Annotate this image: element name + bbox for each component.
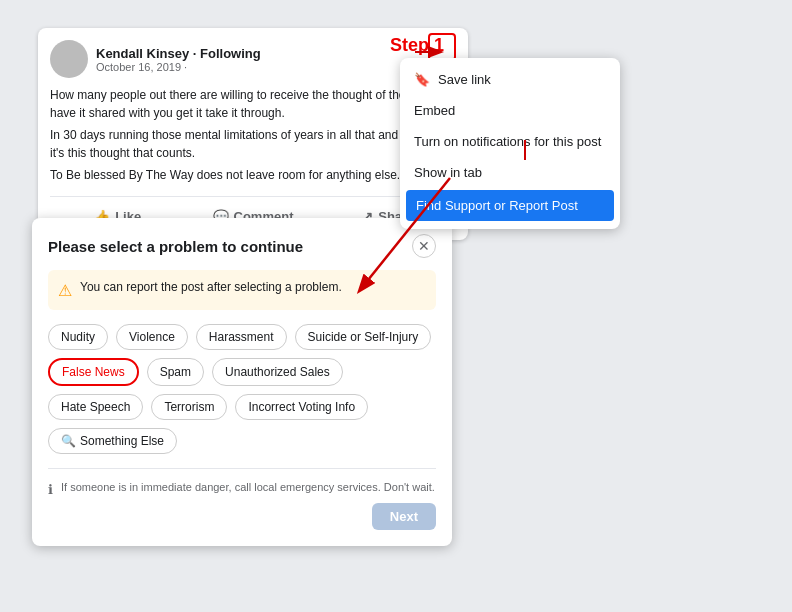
tag-unauthorized-sales[interactable]: Unauthorized Sales [212, 358, 343, 386]
timestamp: October 16, 2019 · [96, 61, 428, 73]
post-text: How many people out there are willing to… [50, 86, 456, 184]
search-icon: 🔍 [61, 434, 76, 448]
tag-terrorism[interactable]: Terrorism [151, 394, 227, 420]
tag-incorrect-voting[interactable]: Incorrect Voting Info [235, 394, 368, 420]
tag-suicide[interactable]: Suicide or Self-Injury [295, 324, 432, 350]
problem-tags-grid: Nudity Violence Harassment Suicide or Se… [48, 324, 436, 454]
dropdown-notifications[interactable]: Turn on notifications for this post [400, 126, 620, 157]
footer-text: If someone is in immediate danger, call … [61, 481, 435, 493]
avatar [50, 40, 88, 78]
info-circle-icon: ℹ [48, 482, 53, 497]
dialog-header: Please select a problem to continue ✕ [48, 234, 436, 258]
dropdown-save-link[interactable]: 🔖 Save link [400, 64, 620, 95]
report-dialog: Please select a problem to continue ✕ ⚠ … [32, 218, 452, 546]
username: Kendall Kinsey · Following [96, 46, 428, 61]
tag-nudity[interactable]: Nudity [48, 324, 108, 350]
dropdown-menu: 🔖 Save link Embed Turn on notifications … [400, 58, 620, 229]
tag-violence[interactable]: Violence [116, 324, 188, 350]
tag-harassment[interactable]: Harassment [196, 324, 287, 350]
tag-spam[interactable]: Spam [147, 358, 204, 386]
warning-icon: ⚠ [58, 281, 72, 300]
next-button[interactable]: Next [372, 503, 436, 530]
tag-hate-speech[interactable]: Hate Speech [48, 394, 143, 420]
info-text: You can report the post after selecting … [80, 280, 342, 294]
dialog-title: Please select a problem to continue [48, 238, 303, 255]
dialog-info-banner: ⚠ You can report the post after selectin… [48, 270, 436, 310]
tag-false-news[interactable]: False News [48, 358, 139, 386]
footer-info: ℹ If someone is in immediate danger, cal… [48, 481, 436, 497]
dropdown-show-in-tab[interactable]: Show in tab [400, 157, 620, 188]
dialog-footer: ℹ If someone is in immediate danger, cal… [48, 468, 436, 530]
dialog-close-button[interactable]: ✕ [412, 234, 436, 258]
save-link-icon: 🔖 [414, 72, 430, 87]
tag-something-else[interactable]: 🔍 Something Else [48, 428, 177, 454]
step-1-label: Step 1 [390, 35, 444, 56]
user-info: Kendall Kinsey · Following October 16, 2… [96, 46, 428, 73]
dropdown-embed[interactable]: Embed [400, 95, 620, 126]
dropdown-find-support[interactable]: Find Support or Report Post [406, 190, 614, 221]
